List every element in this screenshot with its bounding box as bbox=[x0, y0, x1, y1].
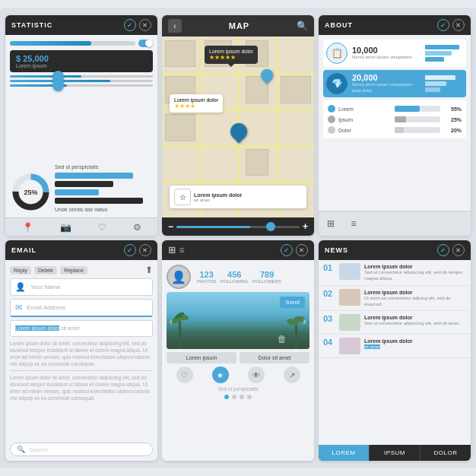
about-item-2: 💎 20,000 Nemo enim ipsam voluptatem quia… bbox=[323, 70, 466, 97]
share-btn[interactable]: ↗ bbox=[284, 367, 300, 383]
action-btn-2[interactable]: Dolor sit amet bbox=[240, 352, 309, 363]
pct-dot-light bbox=[328, 126, 335, 134]
statistic-title: STATISTIC bbox=[11, 21, 52, 29]
social-check-btn[interactable]: ✓ bbox=[281, 244, 293, 256]
pct-row-dolor: Dolor 20% bbox=[328, 126, 462, 134]
star-btn[interactable]: ★ bbox=[212, 367, 229, 383]
following-label: FOLLOWING bbox=[221, 279, 248, 284]
news-desc-1: Sed ut consectetur adipiscing elit, sed … bbox=[364, 270, 466, 282]
footer-btn-ipsum[interactable]: IPSUM bbox=[370, 445, 420, 461]
stat-price-label: Lorem ipsum bbox=[16, 63, 147, 68]
palm-right bbox=[287, 307, 306, 349]
list-view-icon[interactable]: ≡ bbox=[179, 245, 186, 255]
statistic-body: $ 25,000 Lorem ipsum 25% Sed bbox=[5, 35, 157, 217]
news-title-4: Lorem ipsum dolor bbox=[364, 338, 466, 344]
search-bar[interactable]: 🔍 Search bbox=[10, 443, 153, 456]
send-button[interactable]: Send bbox=[280, 297, 305, 308]
name-field[interactable]: 👤 Your Name bbox=[10, 278, 153, 296]
camera-icon[interactable]: 📷 bbox=[60, 222, 71, 233]
news-check-btn[interactable]: ✓ bbox=[437, 244, 449, 256]
map-popup-1: Lorem ipsum dolor ★★★★★ bbox=[205, 46, 258, 64]
about-desc-2: Nemo enim ipsam voluptatem quia dolor bbox=[352, 82, 420, 94]
slider-1[interactable] bbox=[10, 75, 153, 78]
pct-row-ipsum: Ipsum 25% bbox=[328, 116, 462, 123]
photo-next-arrow[interactable]: › bbox=[303, 315, 306, 327]
map-zoom-out[interactable]: − bbox=[168, 221, 173, 232]
trash-icon[interactable]: 🗑 bbox=[278, 334, 287, 344]
donut-chart: 25% bbox=[10, 171, 52, 213]
email-lorem: Lorem ipsum dolor sit amet, consectetur … bbox=[10, 340, 153, 367]
footer-btn-dolor[interactable]: DOLOR bbox=[420, 445, 471, 461]
toggle-switch[interactable] bbox=[138, 40, 153, 47]
social-lorem: Sed ut perspiciatis bbox=[167, 386, 309, 392]
heart-btn[interactable]: ♡ bbox=[176, 367, 193, 383]
photo-prev-arrow[interactable]: ‹ bbox=[170, 315, 173, 327]
map-popup-bottom: ☆ Lorem ipsum dolor sit amet bbox=[170, 186, 306, 208]
news-close-btn[interactable]: ✕ bbox=[452, 244, 465, 256]
photos-stat: 123 PHOTOS bbox=[197, 270, 216, 284]
email-highlight: Lorem ipsum dolor bbox=[15, 325, 59, 331]
list-icon-1[interactable]: ≡ bbox=[344, 214, 363, 233]
pct-label-lorem: Lorem bbox=[338, 106, 392, 112]
dot-3[interactable] bbox=[240, 395, 244, 399]
grid-icon-1[interactable]: ⊞ bbox=[322, 214, 340, 233]
social-widget: ⊞ ≡ ✓ ✕ 👤 123 PHOTOS 456 FOLLOWING bbox=[162, 240, 314, 461]
grid-view-icon[interactable]: ⊞ bbox=[168, 245, 176, 255]
slider-3[interactable] bbox=[10, 84, 153, 87]
footer-btn-lorem[interactable]: LOREM bbox=[319, 445, 370, 461]
email-field[interactable]: ✉ Email Address bbox=[10, 299, 153, 317]
close-button[interactable]: ✕ bbox=[139, 19, 151, 31]
news-header: NEWS ✓ ✕ bbox=[319, 240, 471, 260]
eye-btn[interactable]: 👁 bbox=[248, 367, 265, 383]
location-icon[interactable]: 📍 bbox=[22, 222, 33, 233]
map-back-button[interactable]: ‹ bbox=[168, 19, 182, 33]
map-widget: ‹ MAP 🔍 Lorem ipsum dolor ★ bbox=[162, 15, 314, 236]
sliders bbox=[10, 75, 153, 87]
check-button[interactable]: ✓ bbox=[124, 19, 136, 31]
about-check-btn[interactable]: ✓ bbox=[437, 19, 449, 31]
map-zoom-in[interactable]: + bbox=[303, 221, 308, 232]
delete-button[interactable]: Delete bbox=[34, 266, 57, 274]
email-check-btn[interactable]: ✓ bbox=[124, 244, 136, 256]
donut-label: 25% bbox=[24, 189, 37, 196]
email-close-btn[interactable]: ✕ bbox=[139, 244, 151, 256]
action-btn-1[interactable]: Lorem ipsum bbox=[167, 352, 236, 363]
pct-row-lorem: Lorem 55% bbox=[328, 105, 462, 113]
upload-icon[interactable]: ⬆ bbox=[145, 265, 153, 275]
profile-header: 👤 123 PHOTOS 456 FOLLOWING 789 FOLLOWERS bbox=[167, 265, 309, 289]
progress-row bbox=[10, 40, 153, 47]
pct-dot-gray bbox=[328, 116, 335, 123]
pin-head-large bbox=[227, 120, 250, 144]
news-content-3: Lorem ipsum dolor Sed ut consectetur adi… bbox=[364, 314, 466, 327]
email-body: Reply Delete Replace ⬆ 👤 Your Name ✉ Ema… bbox=[5, 260, 157, 461]
news-title-2: Lorem ipsum dolor bbox=[364, 289, 466, 296]
pct-val-dolor: 20% bbox=[443, 128, 462, 133]
statistic-controls: ✓ ✕ bbox=[124, 19, 151, 31]
replace-button[interactable]: Replace bbox=[60, 266, 87, 274]
about-num-2: 20,000 bbox=[352, 73, 420, 82]
reply-button[interactable]: Reply bbox=[10, 266, 31, 274]
email-title: EMAIL bbox=[11, 246, 36, 254]
popup3-sub: sit amet bbox=[194, 198, 242, 202]
gear-icon[interactable]: ⚙ bbox=[133, 222, 141, 233]
pct-bar-lorem bbox=[395, 106, 440, 112]
map-search-icon[interactable]: 🔍 bbox=[297, 21, 308, 31]
about-icon-diamond: 💎 bbox=[326, 73, 347, 94]
map-fav-star[interactable]: ☆ bbox=[174, 189, 191, 205]
slider-2[interactable] bbox=[10, 80, 153, 82]
email-header: EMAIL ✓ ✕ bbox=[5, 240, 157, 260]
bar2 bbox=[425, 51, 452, 56]
about-close-btn[interactable]: ✕ bbox=[452, 19, 465, 31]
dot-2[interactable] bbox=[232, 395, 236, 399]
dot-4[interactable] bbox=[247, 395, 252, 399]
popup1-text: Lorem ipsum dolor bbox=[209, 49, 253, 54]
news-desc-2: Ut enim ad consectetur adjoing elit, sed… bbox=[364, 296, 466, 308]
map-slider[interactable] bbox=[176, 226, 300, 228]
news-num-3: 03 bbox=[323, 314, 335, 323]
heart-icon[interactable]: ♡ bbox=[98, 222, 106, 233]
dot-1[interactable] bbox=[224, 395, 229, 399]
name-placeholder: Your Name bbox=[30, 284, 61, 290]
email-placeholder: Email Address bbox=[27, 304, 65, 311]
email-icon: ✉ bbox=[15, 303, 22, 313]
social-close-btn[interactable]: ✕ bbox=[296, 244, 308, 256]
